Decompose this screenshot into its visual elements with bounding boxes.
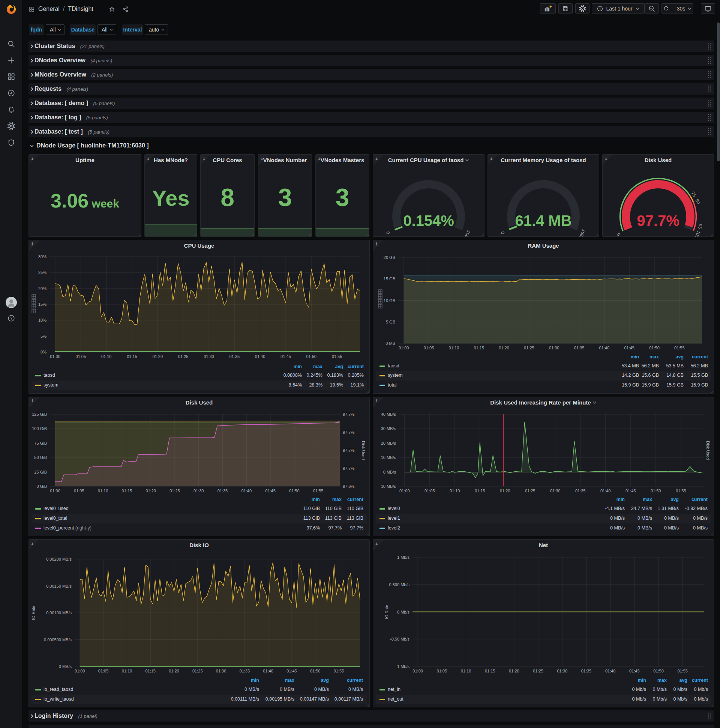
svg-text:01:25: 01:25 <box>192 669 203 673</box>
svg-text:01:05: 01:05 <box>424 346 434 350</box>
svg-text:0: 0 <box>616 232 622 237</box>
svg-text:100: 100 <box>694 230 702 237</box>
svg-text:0.00200 MB/s: 0.00200 MB/s <box>46 557 72 561</box>
svg-text:01:50: 01:50 <box>310 669 320 673</box>
svg-text:01:15: 01:15 <box>485 669 495 673</box>
svg-text:97.7%: 97.7% <box>343 448 354 453</box>
svg-text:Disk Used: Disk Used <box>706 441 710 460</box>
svg-text:01:55: 01:55 <box>313 489 323 493</box>
svg-text:01:05: 01:05 <box>76 354 86 359</box>
svg-text:01:40: 01:40 <box>605 669 616 673</box>
svg-text:01:50: 01:50 <box>649 346 660 350</box>
svg-text:01:20: 01:20 <box>169 669 179 673</box>
svg-text:01:45: 01:45 <box>281 354 291 359</box>
svg-text:01:55: 01:55 <box>674 346 685 350</box>
svg-text:1589: 1589 <box>578 228 586 237</box>
svg-text:125 GiB: 125 GiB <box>32 412 47 416</box>
svg-text:IO Rate: IO Rate <box>384 605 389 619</box>
svg-text:0 GiB: 0 GiB <box>37 484 47 489</box>
svg-text:20%: 20% <box>38 286 46 291</box>
svg-text:10 GB: 10 GB <box>384 298 395 303</box>
svg-text:01:15: 01:15 <box>474 346 484 350</box>
svg-text:01:10: 01:10 <box>461 669 471 673</box>
svg-text:01:30: 01:30 <box>204 354 214 359</box>
svg-text:0.500 Mb/s: 0.500 Mb/s <box>389 583 410 587</box>
svg-text:0.00100 MB/s: 0.00100 MB/s <box>46 610 72 615</box>
svg-text:IO Rate: IO Rate <box>31 606 36 620</box>
svg-text:100 GiB: 100 GiB <box>32 426 47 431</box>
svg-text:97.7%: 97.7% <box>343 466 354 471</box>
svg-text:01:55: 01:55 <box>334 669 344 673</box>
svg-text:01:55: 01:55 <box>332 354 342 359</box>
svg-text:01:10: 01:10 <box>122 669 133 673</box>
svg-text:01:05: 01:05 <box>437 669 447 673</box>
svg-text:01:20: 01:20 <box>153 354 163 359</box>
svg-text:-0.50 Mb/s: -0.50 Mb/s <box>390 637 409 641</box>
svg-text:01:00: 01:00 <box>50 489 60 493</box>
svg-text:5%: 5% <box>41 334 46 338</box>
svg-text:50 GiB: 50 GiB <box>34 455 47 460</box>
svg-text:01:05: 01:05 <box>98 669 109 673</box>
svg-text:-10 MB/s: -10 MB/s <box>380 484 397 489</box>
svg-text:30 MB/s: 30 MB/s <box>381 426 397 431</box>
svg-text:97.7%: 97.7% <box>343 430 354 434</box>
svg-text:01:50: 01:50 <box>289 489 300 493</box>
svg-text:01:20: 01:20 <box>509 669 519 673</box>
svg-text:20 GB: 20 GB <box>384 255 395 260</box>
svg-text:01:00: 01:00 <box>400 489 410 493</box>
svg-text:01:45: 01:45 <box>629 669 640 673</box>
svg-text:80: 80 <box>694 199 701 205</box>
svg-text:01:40: 01:40 <box>600 489 611 493</box>
svg-text:0 Mb/s: 0 Mb/s <box>397 610 410 614</box>
svg-text:01:00: 01:00 <box>412 669 423 673</box>
svg-text:-1 Mb/s: -1 Mb/s <box>396 664 409 669</box>
svg-text:01:35: 01:35 <box>218 489 228 493</box>
svg-text:01:30: 01:30 <box>216 669 226 673</box>
svg-text:01:15: 01:15 <box>475 489 485 493</box>
svg-text:01:35: 01:35 <box>229 354 239 359</box>
svg-text:01:15: 01:15 <box>145 669 156 673</box>
svg-text:0%: 0% <box>41 350 46 354</box>
svg-text:01:45: 01:45 <box>265 489 276 493</box>
svg-text:01:35: 01:35 <box>581 669 592 673</box>
svg-text:01:25: 01:25 <box>178 354 189 359</box>
svg-text:75 GiB: 75 GiB <box>34 441 47 445</box>
svg-text:01:30: 01:30 <box>550 489 561 493</box>
svg-text:01:35: 01:35 <box>239 669 250 673</box>
svg-text:30%: 30% <box>38 254 46 259</box>
svg-text:01:05: 01:05 <box>74 489 84 493</box>
svg-text:01:20: 01:20 <box>499 346 509 350</box>
svg-text:01:00: 01:00 <box>75 669 85 673</box>
svg-text:?: ? <box>10 317 12 320</box>
svg-text:01:40: 01:40 <box>263 669 273 673</box>
svg-text:01:55: 01:55 <box>677 669 688 673</box>
svg-text:25%: 25% <box>38 270 46 275</box>
svg-text:0.000500 MB/s: 0.000500 MB/s <box>44 638 72 642</box>
svg-text:25 GiB: 25 GiB <box>34 470 47 474</box>
svg-text:01:55: 01:55 <box>676 489 686 493</box>
svg-text:01:10: 01:10 <box>101 354 112 359</box>
svg-text:01:00: 01:00 <box>50 354 60 359</box>
svg-text:20 MB/s: 20 MB/s <box>381 441 397 445</box>
svg-text:01:45: 01:45 <box>624 346 635 350</box>
svg-text:01:30: 01:30 <box>194 489 204 493</box>
svg-text:01:30: 01:30 <box>549 346 560 350</box>
svg-text:97.7%: 97.7% <box>343 412 354 416</box>
svg-text:01:40: 01:40 <box>255 354 265 359</box>
svg-text:100: 100 <box>464 229 471 237</box>
svg-text:01:10: 01:10 <box>449 346 459 350</box>
svg-text:40 MB/s: 40 MB/s <box>381 412 397 416</box>
svg-text:0 MB/s: 0 MB/s <box>59 664 72 669</box>
svg-text:01:50: 01:50 <box>306 354 316 359</box>
svg-text:01:20: 01:20 <box>145 489 156 493</box>
svg-text:5 GB: 5 GB <box>386 320 395 324</box>
svg-text:0: 0 <box>385 231 391 235</box>
svg-text:01:10: 01:10 <box>98 489 108 493</box>
svg-text:1 Mb/s: 1 Mb/s <box>397 555 410 560</box>
svg-text:0: 0 <box>500 231 506 235</box>
svg-text:01:40: 01:40 <box>599 346 610 350</box>
svg-text:01:50: 01:50 <box>653 669 664 673</box>
svg-text:97.6%: 97.6% <box>343 484 354 489</box>
svg-text:01:35: 01:35 <box>574 346 585 350</box>
svg-text:01:50: 01:50 <box>651 489 661 493</box>
